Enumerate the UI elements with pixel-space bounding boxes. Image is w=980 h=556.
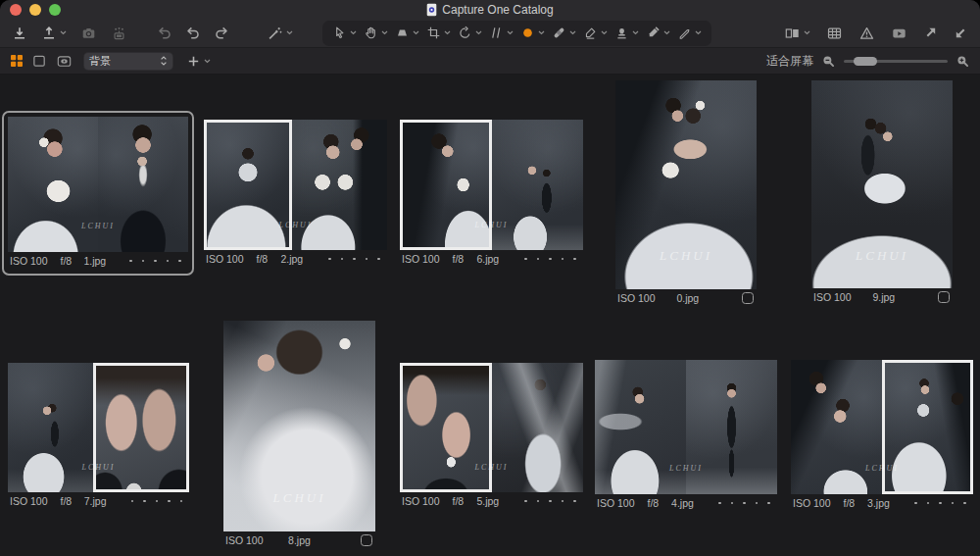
rating-dot <box>131 500 134 503</box>
layout-icon <box>784 25 801 41</box>
rating-dot <box>549 500 552 503</box>
thumbnail-iso: ISO 100 <box>793 497 831 509</box>
add-collection-button[interactable] <box>186 54 211 69</box>
window-title: Capture One Catalog <box>442 3 553 17</box>
slider-thumb[interactable] <box>854 57 877 66</box>
grid-table-icon <box>826 25 843 41</box>
rotate-tool-button[interactable] <box>458 25 482 40</box>
chevron-down-icon <box>569 30 576 35</box>
thumbnail-image[interactable]: LCHUI <box>400 120 583 250</box>
rating-dots[interactable] <box>131 500 188 503</box>
clone-tool-button[interactable] <box>614 25 639 40</box>
thumbnail-cell[interactable]: LCHUIISO 100f/86.jpg <box>400 120 583 268</box>
thumbnail-image[interactable]: LCHUI <box>204 120 387 250</box>
thumbnail-cell[interactable]: LCHUIISO 1008.jpg <box>223 321 375 549</box>
thumbnail-cell[interactable]: LCHUIISO 100f/84.jpg <box>595 360 777 512</box>
preview-view-button[interactable] <box>56 54 73 69</box>
select-checkbox[interactable] <box>361 534 372 546</box>
thumbnail-cell[interactable]: LCHUIISO 100f/87.jpg <box>8 363 189 510</box>
rating-dot <box>180 500 183 503</box>
rating-dot <box>341 258 344 261</box>
chevron-down-icon <box>663 30 670 35</box>
thumbnail-image[interactable]: LCHUI <box>615 80 757 289</box>
heal-tool-button[interactable] <box>552 25 576 40</box>
thumbnail-image[interactable]: LCHUI <box>8 363 189 492</box>
rating-dot <box>537 500 540 503</box>
crop-tool-button[interactable] <box>426 25 451 40</box>
thumbnail-filename: 8.jpg <box>288 534 311 546</box>
thumbnail-cell[interactable]: LCHUIISO 100f/85.jpg <box>400 363 583 510</box>
thumbnail-cell[interactable]: LCHUIISO 1000.jpg <box>615 80 757 307</box>
arrow-down-left-button[interactable] <box>954 25 968 40</box>
thumbnail-zoom-slider[interactable] <box>844 55 948 67</box>
thumbnail-image[interactable]: LCHUI <box>8 117 188 252</box>
zoom-out-icon[interactable] <box>821 54 836 69</box>
thumbnail-image[interactable]: LCHUI <box>223 321 375 531</box>
chevron-down-icon <box>695 30 702 35</box>
erase-tool-button[interactable] <box>583 25 608 40</box>
rating-dot <box>353 258 356 261</box>
slideshow-button[interactable] <box>891 25 907 41</box>
grid-overlay-button[interactable] <box>826 25 843 41</box>
export-button[interactable] <box>41 25 67 41</box>
thumbnail-image[interactable]: LCHUI <box>595 360 777 494</box>
camera-capture-button[interactable] <box>80 25 97 41</box>
thumbnail-image[interactable]: LCHUI <box>791 360 973 494</box>
annotate-tool-button[interactable] <box>677 25 702 40</box>
select-checkbox[interactable] <box>938 291 950 303</box>
rating-dot <box>756 502 759 505</box>
rating-dot <box>537 258 540 261</box>
revert-button[interactable] <box>157 25 172 41</box>
main-toolbar <box>0 19 980 48</box>
draw-mask-tool-button[interactable] <box>646 25 670 40</box>
arrow-up-right-button[interactable] <box>923 25 938 40</box>
straighten-tool-button[interactable] <box>489 25 514 40</box>
redo-button[interactable] <box>214 25 229 41</box>
rating-dots[interactable] <box>524 258 581 261</box>
zoom-in-icon[interactable] <box>956 54 970 69</box>
photo-panel <box>8 363 93 492</box>
chevron-down-icon <box>475 30 482 35</box>
tethered-capture-button[interactable] <box>111 25 127 41</box>
loupe-tool-button[interactable] <box>395 25 419 40</box>
thumbnail-cell[interactable]: LCHUIISO 100f/83.jpg <box>791 360 973 512</box>
thumbnail-image[interactable]: LCHUI <box>811 80 953 288</box>
undo-button[interactable] <box>185 25 201 41</box>
import-button[interactable] <box>12 25 27 41</box>
photo-panel <box>93 363 189 492</box>
exposure-warning-button[interactable] <box>858 25 875 41</box>
pan-tool-button[interactable] <box>364 25 388 40</box>
thumbnail-cell[interactable]: LCHUIISO 100f/82.jpg <box>204 120 387 268</box>
thumbnail-cell[interactable]: LCHUIISO 1009.jpg <box>811 80 953 306</box>
thumbnail-image[interactable]: LCHUI <box>400 363 583 492</box>
rating-dot <box>767 502 770 505</box>
spot-removal-tool-button[interactable] <box>520 25 545 40</box>
smart-album-select[interactable]: 背景 <box>84 53 172 70</box>
rating-dot <box>142 260 145 263</box>
auto-adjust-button[interactable] <box>267 25 293 41</box>
select-tool-button[interactable] <box>332 25 357 40</box>
photo-panel <box>615 80 757 289</box>
photo-panel <box>292 120 387 250</box>
grid-view-button[interactable] <box>10 54 24 68</box>
viewer-layout-button[interactable] <box>784 25 810 41</box>
thumbnail-aperture: f/8 <box>453 495 465 507</box>
rating-dot <box>562 258 564 261</box>
rating-dots[interactable] <box>914 502 971 505</box>
rating-dots[interactable] <box>718 502 775 505</box>
rating-dot <box>731 502 734 505</box>
rating-dots[interactable] <box>524 500 581 503</box>
chevron-down-icon <box>381 30 388 35</box>
photo-panel <box>400 120 492 250</box>
photo-panel <box>204 120 292 250</box>
rating-dots[interactable] <box>328 258 385 261</box>
adjustments-group <box>267 25 293 41</box>
thumbnail-meta: ISO 100f/82.jpg <box>204 250 387 268</box>
viewer-view-button[interactable] <box>32 54 47 69</box>
titlebar: Capture One Catalog <box>0 0 980 19</box>
thumbnail-cell[interactable]: LCHUIISO 100f/81.jpg <box>8 117 188 270</box>
rating-dot <box>366 258 368 261</box>
select-checkbox[interactable] <box>742 292 754 304</box>
fit-screen-label[interactable]: 适合屏幕 <box>766 53 813 70</box>
rating-dots[interactable] <box>129 260 186 263</box>
